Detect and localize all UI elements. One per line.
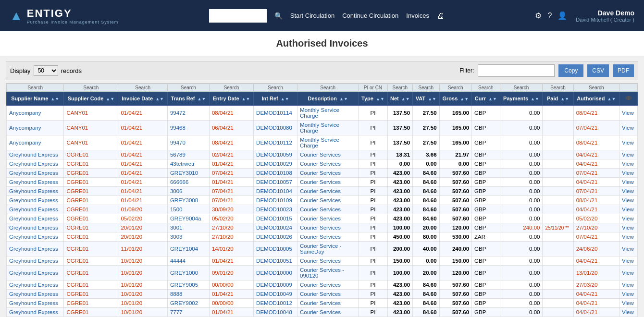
col-gross[interactable]: Gross ▲▼ bbox=[439, 92, 472, 106]
view-link[interactable]: View bbox=[622, 170, 634, 176]
table-row: Greyhound ExpressCGRE0101/04/215678902/0… bbox=[7, 150, 638, 159]
view-link-cell[interactable]: View bbox=[619, 214, 638, 223]
nav-invoices[interactable]: Invoices bbox=[406, 12, 429, 19]
settings-icon[interactable]: ⚙ bbox=[535, 11, 542, 20]
table-cell: 137.50 bbox=[387, 135, 413, 150]
table-cell: 01/04/21 bbox=[209, 290, 253, 299]
view-link-cell[interactable]: View bbox=[619, 169, 638, 178]
col-vat[interactable]: VAT ▲▼ bbox=[413, 92, 439, 106]
table-cell: PI bbox=[359, 150, 387, 159]
table-cell: 27/03/20 bbox=[573, 280, 619, 290]
col-supplier-name[interactable]: Supplier Name ▲▼ bbox=[7, 92, 64, 106]
view-link[interactable]: View bbox=[622, 152, 634, 158]
col-supplier-code[interactable]: Supplier Code ▲▼ bbox=[64, 92, 118, 106]
view-link[interactable]: View bbox=[622, 270, 634, 276]
table-cell: 84.60 bbox=[413, 214, 439, 223]
view-link-cell[interactable]: View bbox=[619, 280, 638, 290]
records-select[interactable]: 50 25 100 bbox=[34, 65, 58, 76]
table-cell: CANY01 bbox=[64, 121, 118, 135]
table-body: AnycompanyCANY0101/04/219947208/04/21DEM… bbox=[7, 106, 638, 317]
view-link-cell[interactable]: View bbox=[619, 299, 638, 308]
table-cell: 3.66 bbox=[413, 150, 439, 159]
table-cell: 423.00 bbox=[387, 290, 413, 299]
header-search-input[interactable] bbox=[209, 9, 267, 23]
pdf-button[interactable]: PDF bbox=[613, 64, 634, 77]
table-cell: CANY01 bbox=[64, 106, 118, 121]
table-row: Greyhound ExpressCGRE0101/09/20150030/09… bbox=[7, 205, 638, 214]
nav-start-circulation[interactable]: Start Circulation bbox=[290, 12, 334, 19]
view-link-cell[interactable]: View bbox=[619, 159, 638, 169]
table-cell: GBP bbox=[472, 280, 500, 290]
view-link-cell[interactable]: View bbox=[619, 232, 638, 242]
view-link-cell[interactable]: View bbox=[619, 242, 638, 256]
col-description[interactable]: Description ▲▼ bbox=[297, 92, 359, 106]
view-link-cell[interactable]: View bbox=[619, 106, 638, 121]
table-cell bbox=[543, 196, 573, 205]
view-link[interactable]: View bbox=[622, 140, 634, 146]
view-link-cell[interactable]: View bbox=[619, 256, 638, 266]
view-link-cell[interactable]: View bbox=[619, 308, 638, 317]
col-paid[interactable]: Paid ▲▼ bbox=[543, 92, 573, 106]
filter-input[interactable] bbox=[478, 64, 555, 77]
col-net[interactable]: Net ▲▼ bbox=[387, 92, 413, 106]
view-link[interactable]: View bbox=[622, 282, 634, 288]
csv-button[interactable]: CSV bbox=[587, 64, 609, 77]
view-link-cell[interactable]: View bbox=[619, 205, 638, 214]
view-link-cell[interactable]: View bbox=[619, 290, 638, 299]
col-type[interactable]: Type ▲▼ bbox=[359, 92, 387, 106]
table-cell: Courier Services bbox=[297, 299, 359, 308]
col-int-ref[interactable]: Int Ref ▲▼ bbox=[254, 92, 297, 106]
table-cell: PI bbox=[359, 106, 387, 121]
help-icon[interactable]: ? bbox=[547, 12, 552, 20]
table-cell: PI bbox=[359, 256, 387, 266]
view-link[interactable]: View bbox=[622, 110, 634, 116]
table-cell: 01/04/21 bbox=[118, 178, 168, 187]
invoice-icon: 🖨 bbox=[437, 12, 445, 20]
view-link[interactable]: View bbox=[622, 246, 634, 252]
view-link[interactable]: View bbox=[622, 225, 634, 231]
view-link-cell[interactable]: View bbox=[619, 150, 638, 159]
view-link[interactable]: View bbox=[622, 300, 634, 306]
search-button[interactable]: 🔍 bbox=[274, 12, 283, 20]
view-link[interactable]: View bbox=[622, 216, 634, 221]
view-link[interactable]: View bbox=[622, 161, 634, 167]
table-cell: CANY01 bbox=[64, 135, 118, 150]
col-trans-ref[interactable]: Trans Ref ▲▼ bbox=[167, 92, 209, 106]
col-payments[interactable]: Payments ▲▼ bbox=[500, 92, 543, 106]
table-cell: 20/01/20 bbox=[118, 223, 168, 232]
view-link[interactable]: View bbox=[622, 125, 634, 131]
view-link-cell[interactable]: View bbox=[619, 135, 638, 150]
col-curr[interactable]: Curr ▲▼ bbox=[472, 92, 500, 106]
copy-button[interactable]: Copy bbox=[558, 64, 583, 77]
view-link-cell[interactable]: View bbox=[619, 196, 638, 205]
view-link[interactable]: View bbox=[622, 179, 634, 185]
view-link[interactable]: View bbox=[622, 258, 634, 264]
col-authorised[interactable]: Authorised ▲▼ bbox=[573, 92, 619, 106]
table-cell: 04/04/21 bbox=[573, 159, 619, 169]
table-cell: 00/00/00 bbox=[209, 280, 253, 290]
table-cell: GBP bbox=[472, 266, 500, 280]
view-link[interactable]: View bbox=[622, 207, 634, 212]
view-link-cell[interactable]: View bbox=[619, 178, 638, 187]
logo-subtitle: Purchase Invoice Management System bbox=[27, 20, 119, 24]
table-cell: 0.00 bbox=[500, 266, 543, 280]
view-link[interactable]: View bbox=[622, 197, 634, 203]
table-cell: GBP bbox=[472, 223, 500, 232]
nav-continue-circulation[interactable]: Continue Circulation bbox=[342, 12, 398, 19]
view-link[interactable]: View bbox=[622, 291, 634, 297]
col-entry-date[interactable]: Entry Date ▲▼ bbox=[209, 92, 253, 106]
view-link-cell[interactable]: View bbox=[619, 223, 638, 232]
table-cell: 423.00 bbox=[387, 169, 413, 178]
table-cell: DEMOD10051 bbox=[254, 256, 297, 266]
view-link[interactable]: View bbox=[622, 309, 634, 315]
table-cell: CGRE01 bbox=[64, 308, 118, 317]
view-link[interactable]: View bbox=[622, 188, 634, 194]
table-cell: 0.00 bbox=[387, 159, 413, 169]
view-link-cell[interactable]: View bbox=[619, 187, 638, 196]
table-cell: 0.00 bbox=[413, 256, 439, 266]
view-link-cell[interactable]: View bbox=[619, 266, 638, 280]
col-invoice-date[interactable]: Invoice Date ▲▼ bbox=[118, 92, 168, 106]
view-link[interactable]: View bbox=[622, 234, 634, 240]
user-icon[interactable]: 👤 bbox=[557, 11, 567, 20]
view-link-cell[interactable]: View bbox=[619, 121, 638, 135]
